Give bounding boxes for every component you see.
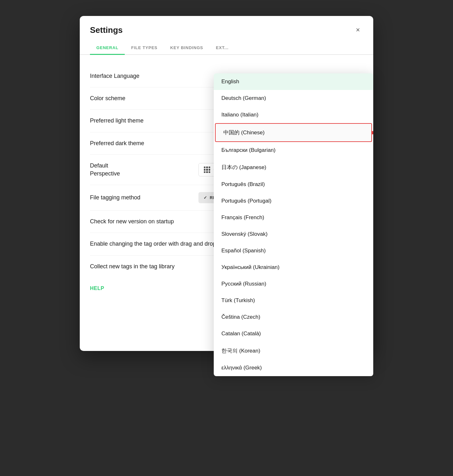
language-option-italian[interactable]: Italiano (Italian) bbox=[214, 107, 373, 123]
collect-new-tags-label: Collect new tags in the tag library bbox=[90, 263, 198, 271]
language-option-japanese[interactable]: 日本の (Japanese) bbox=[214, 159, 373, 176]
preferred-dark-theme-label: Preferred dark theme bbox=[90, 139, 198, 147]
language-option-portuguese-portugal[interactable]: Português (Portugal) bbox=[214, 193, 373, 209]
language-option-spanish[interactable]: Español (Spanish) bbox=[214, 242, 373, 259]
language-option-turkish[interactable]: Türk (Turkish) bbox=[214, 292, 373, 309]
language-option-chinese[interactable]: 中国的 (Chinese) bbox=[215, 123, 372, 142]
svg-marker-0 bbox=[372, 128, 373, 138]
preferred-light-theme-label: Preferred light theme bbox=[90, 117, 198, 125]
check-new-version-label: Check for new version on startup bbox=[90, 218, 198, 226]
language-option-korean[interactable]: 한국의 (Korean) bbox=[214, 342, 373, 360]
close-button[interactable]: × bbox=[353, 25, 363, 35]
enable-tag-order-label: Enable changing the tag order with drag … bbox=[90, 240, 216, 248]
language-option-portuguese-brazil[interactable]: Português (Brazil) bbox=[214, 176, 373, 193]
language-dropdown: English Deutsch (German) Italiano (Itali… bbox=[214, 73, 373, 376]
language-option-french[interactable]: Français (French) bbox=[214, 209, 373, 226]
help-link[interactable]: HELP bbox=[90, 286, 104, 291]
language-option-slovak[interactable]: Slovenský (Slovak) bbox=[214, 226, 373, 242]
tab-general[interactable]: GENERAL bbox=[90, 41, 125, 55]
language-option-bulgarian[interactable]: Български (Bulgarian) bbox=[214, 142, 373, 159]
file-tagging-method-label: File tagging method bbox=[90, 194, 198, 202]
language-option-english[interactable]: English bbox=[214, 73, 373, 90]
language-option-ukrainian[interactable]: Український (Ukrainian) bbox=[214, 259, 373, 276]
tabs-bar: GENERAL FILE TYPES KEY BINDINGS EXT... bbox=[80, 41, 373, 55]
language-option-catalan[interactable]: Catalan (Català) bbox=[214, 325, 373, 342]
dialog-header: Settings × bbox=[80, 16, 373, 35]
tab-extensions[interactable]: EXT... bbox=[210, 41, 235, 55]
dialog-title: Settings bbox=[90, 25, 123, 35]
tab-key-bindings[interactable]: KEY BINDINGS bbox=[164, 41, 210, 55]
language-option-german[interactable]: Deutsch (German) bbox=[214, 90, 373, 107]
settings-dialog: Settings × GENERAL FILE TYPES KEY BINDIN… bbox=[80, 16, 373, 351]
language-option-czech[interactable]: Čeština (Czech) bbox=[214, 309, 373, 325]
tab-file-types[interactable]: FILE TYPES bbox=[125, 41, 164, 55]
dialog-backdrop: Settings × GENERAL FILE TYPES KEY BINDIN… bbox=[80, 16, 373, 351]
interface-language-label: Interface Language bbox=[90, 72, 198, 80]
color-scheme-label: Color scheme bbox=[90, 94, 198, 102]
grid-perspective-icon bbox=[204, 167, 210, 173]
checkmark-icon: ✓ bbox=[204, 195, 207, 200]
language-option-russian[interactable]: Русский (Russian) bbox=[214, 276, 373, 292]
language-option-greek[interactable]: ελληνικά (Greek) bbox=[214, 360, 373, 376]
default-perspective-label: Default Perspective bbox=[90, 162, 198, 178]
red-arrow-icon bbox=[372, 128, 373, 138]
